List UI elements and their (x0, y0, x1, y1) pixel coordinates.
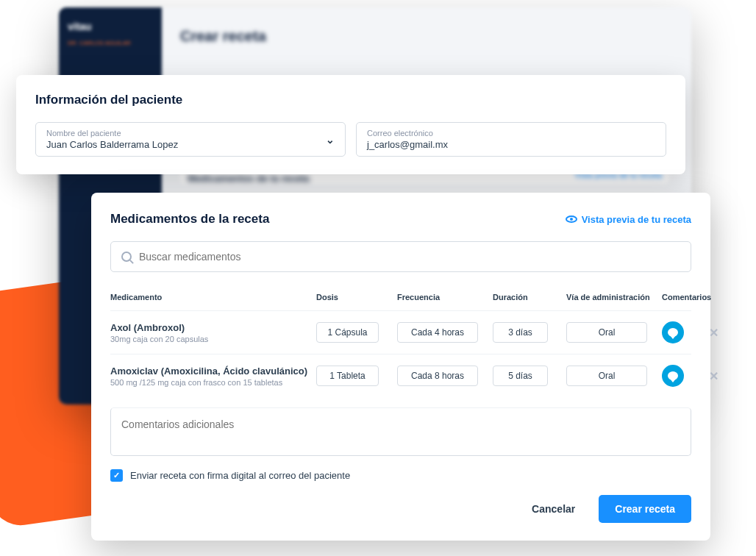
checkmark-icon: ✓ (113, 471, 120, 480)
preview-link-text: Vista previa de tu receta (582, 214, 691, 225)
comment-button[interactable] (662, 365, 684, 387)
patient-name-select[interactable]: Nombre del paciente Juan Carlos Balderra… (35, 122, 346, 157)
medication-row: Amoxiclav (Amoxicilina, Ácido clavulánic… (110, 354, 691, 397)
route-input[interactable] (566, 366, 647, 386)
patient-name-value: Juan Carlos Balderrama Lopez (46, 139, 335, 150)
actions-row: Cancelar Crear receta (110, 495, 691, 523)
comments-textarea[interactable] (121, 418, 680, 442)
chevron-down-icon: ⌄ (326, 134, 335, 146)
patient-card-title: Información del paciente (35, 93, 666, 107)
delete-row-button[interactable]: ✕ (699, 326, 728, 340)
medication-name: Axol (Ambroxol) (110, 322, 316, 333)
medication-row: Axol (Ambroxol) 30mg caja con 20 capsula… (110, 310, 691, 354)
send-digital-signature-row: ✓ Enviar receta con firma digital al cor… (110, 469, 691, 482)
patient-email-value: j_carlos@gmail.mx (367, 139, 655, 150)
duration-input[interactable] (493, 366, 548, 386)
th-route: Vía de administración (566, 293, 662, 302)
chat-bubble-icon (668, 328, 678, 337)
medication-description: 30mg caja con 20 capsulas (110, 335, 316, 343)
th-duration: Duración (493, 293, 566, 302)
patient-email-label: Correo electrónico (367, 129, 655, 138)
chat-bubble-icon (668, 371, 678, 380)
send-checkbox-label: Enviar receta con firma digital al corre… (130, 470, 350, 481)
patient-name-label: Nombre del paciente (46, 129, 335, 138)
medications-card: Medicamentos de la receta Vista previa d… (91, 193, 710, 541)
route-input[interactable] (566, 322, 647, 343)
comment-button[interactable] (662, 321, 684, 343)
frequency-input[interactable] (397, 322, 478, 343)
background-user: DR. CARLOS AGUILAR (59, 37, 162, 49)
medication-name: Amoxiclav (Amoxicilina, Ácido clavulánic… (110, 366, 316, 377)
th-comments: Comentarios (662, 293, 699, 302)
frequency-input[interactable] (397, 366, 478, 386)
delete-row-button[interactable]: ✕ (699, 369, 728, 383)
medication-description: 500 mg /125 mg caja con frasco con 15 ta… (110, 378, 316, 387)
additional-comments-box[interactable] (110, 407, 691, 456)
th-frequency: Frecuencia (397, 293, 493, 302)
search-medications-box[interactable] (110, 241, 691, 272)
eye-icon (566, 215, 577, 223)
dose-input[interactable] (316, 322, 379, 343)
create-recipe-button[interactable]: Crear receta (599, 495, 691, 523)
th-dose: Dosis (316, 293, 397, 302)
background-logo: vitau (59, 7, 162, 37)
medications-title: Medicamentos de la receta (110, 212, 269, 227)
duration-input[interactable] (493, 322, 548, 343)
send-checkbox[interactable]: ✓ (110, 469, 123, 482)
search-input[interactable] (139, 251, 680, 263)
patient-info-card: Información del paciente Nombre del paci… (16, 75, 685, 174)
th-medication: Medicamento (110, 293, 316, 302)
patient-email-field[interactable]: Correo electrónico j_carlos@gmail.mx (356, 122, 666, 157)
background-title: Crear receta (180, 28, 266, 45)
medications-table-header: Medicamento Dosis Frecuencia Duración Ví… (110, 287, 691, 310)
preview-recipe-link[interactable]: Vista previa de tu receta (566, 214, 691, 225)
dose-input[interactable] (316, 366, 379, 386)
cancel-button[interactable]: Cancelar (518, 496, 588, 522)
search-icon (121, 252, 132, 262)
